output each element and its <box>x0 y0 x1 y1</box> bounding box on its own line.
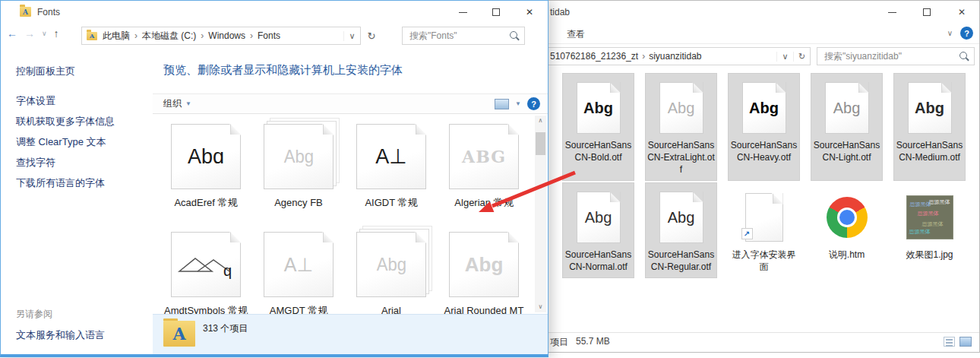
file-tile[interactable]: AbgSourceHanSansCN-Normal.otf <box>563 183 634 277</box>
font-preview-text: Abg <box>283 146 313 167</box>
font-tile-label: Arial <box>347 304 435 314</box>
font-preview-icon: q <box>162 228 250 301</box>
sidebar-item-text-services[interactable]: 文本服务和输入语言 <box>16 328 105 342</box>
file-tile[interactable]: AbgSourceHanSansCN-Bold.otf <box>563 74 634 180</box>
right-status-size: 55.7 MB <box>576 336 610 349</box>
sidebar-task-link[interactable]: 调整 ClearType 文本 <box>16 131 115 152</box>
ribbon-expand-icon[interactable]: ∨ <box>947 29 953 37</box>
font-preview-text: ABG <box>462 147 506 166</box>
file-tile[interactable]: AbgSourceHanSansCN-Medium.otf <box>894 74 965 180</box>
sidebar-task-link[interactable]: 字体设置 <box>16 90 115 111</box>
thumbnail-text: 思源黑体 <box>918 210 939 217</box>
otf-file-icon: Abg <box>659 82 703 134</box>
font-tile[interactable]: ABGAlgerian 常规 <box>440 120 528 228</box>
left-title-bar[interactable]: A Fonts ✕ <box>1 1 548 24</box>
file-icon: Abg <box>730 78 798 138</box>
thumbnail-view-icon[interactable] <box>959 337 972 347</box>
forward-icon[interactable]: → <box>24 27 35 40</box>
font-preview-icon: ABG <box>440 120 528 193</box>
left-search-placeholder: 搜索"Fonts" <box>409 30 509 43</box>
font-tile[interactable]: A⊥AIGDT 常规 <box>347 120 435 228</box>
help-icon[interactable]: ? <box>527 97 540 110</box>
scrollbar-track[interactable] <box>535 126 546 302</box>
file-tile-label: SourceHanSansCN-Light.otf <box>813 139 880 163</box>
sidebar-task-link[interactable]: 查找字符 <box>16 152 115 173</box>
address-dropdown-icon[interactable]: ∨ <box>343 31 360 41</box>
help-icon[interactable]: ? <box>960 27 973 40</box>
file-tile[interactable]: AbgSourceHanSansCN-Heavy.otf <box>729 74 799 180</box>
close-button[interactable]: ✕ <box>944 1 979 24</box>
right-address-bar[interactable]: 510762186_21236_zt›siyuanzitidab ∨ ↻ <box>543 47 811 65</box>
search-icon[interactable] <box>959 51 969 62</box>
file-tile[interactable]: 思源黑体思源黑体思源黑体思源黑体思源黑体效果图1.jpg <box>894 183 965 277</box>
file-tile[interactable]: AbgSourceHanSansCN-Light.otf <box>811 74 882 180</box>
refresh-icon[interactable]: ↻ <box>793 52 810 62</box>
page-title: 预览、删除或者显示和隐藏计算机上安装的字体 <box>163 63 403 78</box>
file-tile-label: SourceHanSansCN-Bold.otf <box>564 139 632 163</box>
minimize-button[interactable] <box>446 1 479 24</box>
right-title-bar[interactable]: tidab ✕ <box>533 1 979 24</box>
tab-view[interactable]: 查看 <box>567 28 585 41</box>
maximize-button[interactable] <box>479 1 513 24</box>
breadcrumb-folder[interactable]: siyuanzitidab <box>649 51 701 62</box>
view-dropdown-icon[interactable]: ▼ <box>515 100 521 107</box>
desktop: tidab ✕ 查看 ∨ ? 510762186_21236_zt›siyuan… <box>0 0 980 358</box>
font-tile[interactable]: AbgArial Rounded MT 粗体 <box>440 228 528 314</box>
file-tile[interactable]: AbgSourceHanSansCN-ExtraLight.otf <box>646 74 716 180</box>
left-search-input[interactable]: 搜索"Fonts" <box>402 27 525 45</box>
close-icon: ✕ <box>526 7 533 17</box>
file-tile[interactable]: ↗进入字体安装界面 <box>729 183 799 277</box>
back-icon[interactable]: ← <box>7 27 17 40</box>
otf-preview-text: Abg <box>749 100 779 117</box>
font-preview-icon: Abɑ <box>162 120 250 193</box>
thumbnail-text: 思源黑体 <box>929 198 950 206</box>
history-chevron-icon[interactable]: ∨ <box>42 30 47 37</box>
breadcrumb-item[interactable]: 本地磁盘 (C:) <box>141 30 197 41</box>
file-tile[interactable]: AbgSourceHanSansCN-Regular.otf <box>646 183 716 277</box>
font-tile-label: AMGDT 常规 <box>254 304 343 314</box>
file-tile[interactable]: 说明.htm <box>811 183 882 277</box>
breadcrumb-item[interactable]: 此电脑 <box>102 30 131 41</box>
file-icon: Abg <box>647 78 715 138</box>
left-breadcrumb: 此电脑›本地磁盘 (C:)›Windows›Fonts <box>102 30 281 43</box>
font-tile[interactable]: AbgArial <box>347 228 435 314</box>
scrollbar-thumb[interactable] <box>536 132 545 155</box>
minimize-icon <box>459 12 467 13</box>
change-view-icon[interactable] <box>495 99 509 109</box>
sidebar-task-link[interactable]: 下载所有语言的字体 <box>16 173 115 193</box>
address-dropdown-icon[interactable]: ∨ <box>776 52 793 62</box>
maximize-button[interactable] <box>909 1 944 24</box>
font-tile[interactable]: A⊥AMGDT 常规 <box>254 228 343 314</box>
sidebar-item-control-panel-home[interactable]: 控制面板主页 <box>16 65 75 78</box>
otf-file-icon: Abg <box>659 192 703 243</box>
file-tile-label: SourceHanSansCN-Medium.otf <box>896 139 963 163</box>
right-ribbon: 查看 ∨ ? <box>533 24 979 44</box>
breadcrumb-separator-icon: › <box>197 30 207 41</box>
up-icon[interactable]: ↑ <box>54 27 59 40</box>
see-also-heading: 另请参阅 <box>16 308 52 321</box>
sidebar-task-link[interactable]: 联机获取更多字体信息 <box>16 111 115 131</box>
scrollbar[interactable]: ∧ ∨ <box>535 116 546 312</box>
fonts-folder-icon-large: A <box>163 321 195 347</box>
breadcrumb-item[interactable]: Fonts <box>257 30 281 41</box>
close-button[interactable]: ✕ <box>513 1 546 24</box>
otf-file-icon: Abg <box>908 82 952 134</box>
minimize-button[interactable] <box>874 1 909 24</box>
refresh-icon[interactable]: ↻ <box>364 27 379 45</box>
scroll-up-icon[interactable]: ∧ <box>539 116 543 126</box>
item-count: 313 个项目 <box>203 322 248 335</box>
breadcrumb-item[interactable]: Windows <box>207 30 246 41</box>
search-icon[interactable] <box>509 30 520 41</box>
font-tile[interactable]: AbgAgency FB <box>254 120 343 228</box>
fonts-window: A Fonts ✕ ← → ∨ ↑ A 此电脑›本地磁盘 (C:)›Window… <box>0 0 548 357</box>
right-search-input[interactable]: 搜索"siyuanzitidab" <box>817 47 975 65</box>
dropdown-icon: ▼ <box>185 100 191 107</box>
font-preview-text: Abg <box>465 253 504 277</box>
left-address-bar[interactable]: A 此电脑›本地磁盘 (C:)›Windows›Fonts ∨ <box>81 27 361 45</box>
details-view-icon[interactable] <box>944 337 955 347</box>
organize-button[interactable]: 组织▼ <box>163 97 191 110</box>
font-tile[interactable]: AbɑAcadEref 常规 <box>162 120 250 228</box>
font-tile[interactable]: qAmdtSymbols 常规 <box>162 228 250 314</box>
scroll-down-icon[interactable]: ∨ <box>539 302 543 312</box>
breadcrumb-path[interactable]: 510762186_21236_zt <box>550 51 638 62</box>
